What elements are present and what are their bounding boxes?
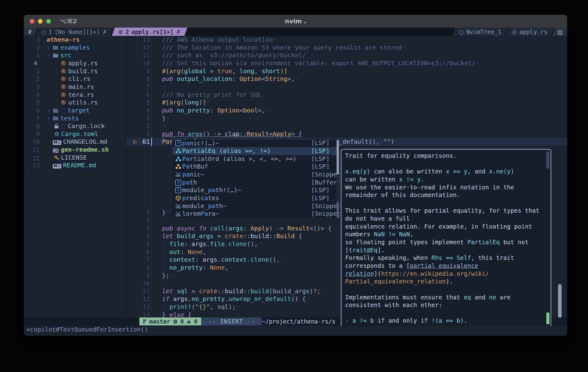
code-line[interactable]: 12 /// The location in Amazon S3 where y…	[126, 44, 567, 52]
completion-item[interactable]: module_path~[Snippet]	[172, 202, 339, 210]
line-number: 7	[126, 256, 150, 264]
tree-item[interactable]: 2›examples	[24, 44, 126, 52]
eol-marker-icon: ⌐	[302, 232, 306, 240]
line-number: 9	[126, 272, 150, 280]
code-line[interactable]: 4 pub no_pretty: Option<bool>,⌐	[126, 107, 567, 115]
popup-scrollbar-thumb-lower[interactable]	[337, 202, 339, 218]
tab-2-apply-rs[interactable]: ⊙ 2 apply.rs[1+] ✗	[112, 28, 187, 36]
code-text: │ file: args.file.clone(),⌐	[162, 240, 262, 248]
line-number: 9	[126, 67, 150, 75]
code-line[interactable]: 11 /// such as `s3://path/to/query/bucke…	[126, 51, 567, 59]
code-text: if args.no_pretty.unwrap_or_default() {⌐	[162, 295, 310, 303]
interface-icon	[174, 156, 182, 162]
tree-item[interactable]: 2®cli.rs	[24, 75, 126, 83]
line-number: 7	[126, 83, 150, 91]
completion-item[interactable]: panic~[Snippet]	[172, 171, 339, 179]
doc-scroll-indicator[interactable]	[546, 313, 549, 324]
tree-item[interactable]: 6›◌target	[24, 107, 126, 115]
tab-1-no-name[interactable]: ◇ 1 [No Name][1+] ✗	[35, 28, 114, 36]
code-line[interactable]: 8 pub output_location: Option<String>,⌐	[126, 75, 567, 83]
code-text: │ out: None,⌐	[162, 248, 210, 256]
buffer-nvimtree[interactable]: ○ NvimTree_1	[452, 28, 508, 36]
buffer-label: NvimTree_1	[466, 28, 501, 35]
code-text: ⌐	[162, 83, 166, 91]
eol-marker-icon: ⌐	[169, 272, 173, 280]
doc-line	[345, 309, 545, 317]
tree-item[interactable]: 4®apply.rs	[24, 59, 126, 67]
tree-item[interactable]: 11>_gen-readme.sh	[24, 146, 126, 154]
tree-item[interactable]: 10M↓CHANGELOG.md	[24, 138, 126, 146]
tree-line-number: 1	[24, 67, 44, 75]
tree-item[interactable]: 8◌Cargo.lock	[24, 122, 126, 130]
tree-item[interactable]: 3®main.rs	[24, 83, 126, 91]
tree-item[interactable]: 3athena-rs	[24, 36, 126, 44]
line-number: 3	[126, 225, 150, 233]
tree-item[interactable]: 12LICENSE	[24, 154, 126, 162]
file-list-icon[interactable]: ▤	[552, 28, 567, 36]
tab-close-icon[interactable]: ✗	[176, 28, 181, 35]
doc-line: We use the easier-to-read infix notation…	[345, 184, 545, 192]
doc-line: so floating point types implement Partia…	[345, 238, 545, 246]
code-line[interactable]: 5 #[arg(long)]⌐	[126, 99, 567, 107]
rust-file-icon: ®	[60, 59, 66, 67]
eol-marker-icon: ⌐	[166, 209, 169, 217]
tree-item-label: src	[60, 51, 71, 59]
tree-item-label: tera.rs	[68, 91, 94, 99]
tree-item[interactable]: 1®build.rs	[24, 67, 126, 75]
code-line[interactable]: 1pub fn args() -> clap::Result<Apply> {⌐	[126, 130, 567, 138]
buffer-apply-rs[interactable]: ⊙ apply.rs	[506, 28, 554, 36]
completion-item[interactable]: PathBuf[LSP]	[172, 163, 339, 171]
tree-item[interactable]: 4®tera.rs	[24, 91, 126, 99]
tree-item-label: athena-rs	[47, 36, 80, 44]
tree-item[interactable]: 9⚙Cargo.toml	[24, 130, 126, 138]
tree-line-number: 3	[24, 36, 44, 44]
folder-icon	[53, 108, 58, 113]
chevron-right-icon[interactable]: ›	[47, 44, 51, 52]
completion-item[interactable]: ?panic!(…)~[LSP]	[172, 139, 339, 147]
completion-label: module_path~	[182, 202, 227, 210]
tree-line-number: 6	[24, 107, 44, 115]
popup-scrollbar-thumb[interactable]	[337, 140, 339, 174]
code-line[interactable]: 10 /// Set this option via environment v…	[126, 59, 567, 67]
code-line[interactable]: 9 #[arg(global = true, long, short)]⌐	[126, 67, 567, 75]
doc-line: corresponds to a [partial equivalence	[345, 262, 545, 270]
tree-item[interactable]: 13M↓README.md	[24, 161, 126, 169]
completion-item[interactable]: predicates[LSP]	[172, 194, 339, 202]
code-line[interactable]: 2 ⌐	[126, 122, 567, 130]
completion-item[interactable]: ?path[Buffer]	[172, 179, 339, 187]
completion-popup: ?panic!(…)~[LSP]PartialEq (alias ==, !=)…	[172, 139, 339, 218]
doc-link[interactable]: partial equivalence	[410, 262, 478, 269]
completion-item[interactable]: PartialEq (alias ==, !=)[LSP]	[172, 147, 339, 155]
code-line[interactable]: 6 /// No pretty print for SQL⌐	[126, 91, 567, 99]
doc-line: x.eq(y) can also be written x == y, and …	[345, 168, 545, 176]
tree-line-number: 10	[24, 138, 44, 146]
window-titlebar[interactable]: ⌥⌘2 nvim .	[24, 15, 567, 28]
folder-open-icon	[53, 53, 58, 58]
tabline: V ◇ 1 [No Name][1+] ✗ ⊙ 2 apply.rs[1+]	[24, 28, 567, 36]
code-text: /// such as `s3://path/to/query/bucket/`…	[162, 51, 313, 59]
doc-line: do not have a full	[345, 215, 545, 223]
line-number: 10	[126, 279, 150, 287]
tree-line-number: 9	[24, 130, 44, 138]
snippet-scissors-icon	[174, 211, 182, 217]
doc-link[interactable]: relation	[345, 270, 374, 277]
code-line[interactable]: 3}⌐	[126, 115, 567, 123]
code-line[interactable]: 13 /// AWS Athena output location⌐	[126, 36, 567, 44]
tree-item[interactable]: 7›tests	[24, 115, 126, 123]
tree-item[interactable]: 1›src	[24, 51, 126, 59]
code-line[interactable]: 7 ⌐	[126, 83, 567, 91]
code-text: ⌐	[162, 217, 166, 225]
doc-scrollbar-thumb[interactable]	[546, 151, 549, 169]
tree-item[interactable]: 5®utils.rs	[24, 99, 126, 107]
tab-close-icon[interactable]: ✗	[103, 28, 107, 35]
terminal-scrollbar[interactable]	[558, 284, 562, 318]
code-text: │ no_pretty: None,⌐	[162, 264, 232, 272]
completion-item[interactable]: ?module_path!(…)~[LSP]	[172, 186, 339, 194]
completion-item[interactable]: PartialOrd (alias >, <, <=, >=)[LSP]	[172, 155, 339, 163]
chevron-right-icon[interactable]: ›	[47, 107, 51, 115]
chevron-down-icon[interactable]: ›	[47, 51, 51, 59]
eol-marker-icon: ⌐	[206, 99, 210, 107]
completion-item[interactable]: loremPara~[Snippet]	[172, 210, 339, 218]
snippet-scissors-icon	[174, 172, 182, 177]
chevron-right-icon[interactable]: ›	[47, 115, 51, 123]
